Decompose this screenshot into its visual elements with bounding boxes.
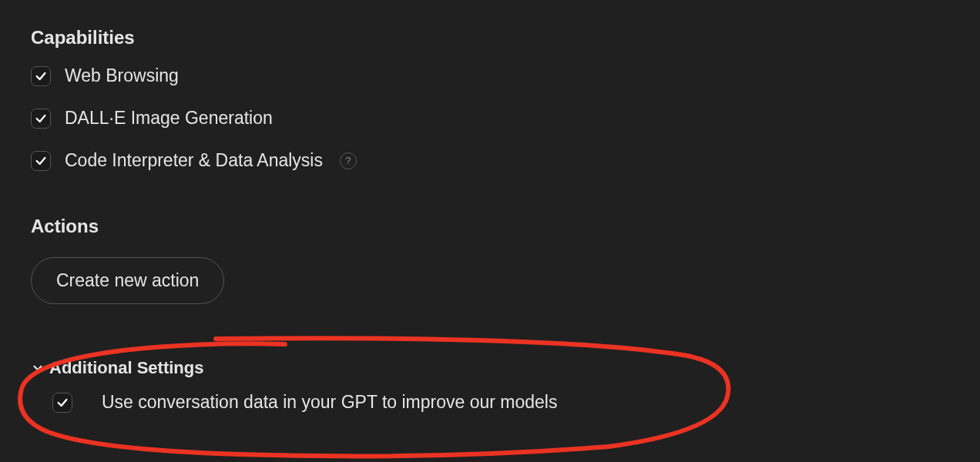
capability-label: Code Interpreter & Data Analysis	[65, 150, 323, 171]
additional-item-use-conversation-data: Use conversation data in your GPT to imp…	[31, 392, 949, 413]
actions-section: Actions Create new action	[31, 216, 949, 304]
capabilities-section: Capabilities Web Browsing DALL·E Image G…	[31, 27, 949, 171]
help-icon[interactable]: ?	[340, 152, 357, 169]
capabilities-header: Capabilities	[31, 27, 949, 49]
checkbox-web-browsing[interactable]	[31, 66, 51, 86]
chevron-down-icon	[31, 361, 45, 375]
check-icon	[35, 155, 47, 167]
actions-header: Actions	[31, 216, 949, 237]
capability-label: Web Browsing	[65, 65, 179, 86]
check-icon	[35, 70, 47, 82]
additional-item-label: Use conversation data in your GPT to imp…	[102, 392, 557, 413]
create-new-action-button[interactable]: Create new action	[31, 257, 224, 304]
capability-item-code-interpreter: Code Interpreter & Data Analysis ?	[31, 150, 949, 171]
capability-label: DALL·E Image Generation	[65, 108, 273, 129]
checkbox-use-conversation-data[interactable]	[52, 393, 72, 413]
additional-settings-toggle[interactable]: Additional Settings	[31, 358, 949, 378]
capability-item-dalle: DALL·E Image Generation	[31, 108, 949, 129]
capability-item-web-browsing: Web Browsing	[31, 65, 949, 86]
check-icon	[56, 397, 69, 409]
checkbox-dalle[interactable]	[31, 109, 51, 129]
additional-settings-section: Additional Settings Use conversation dat…	[31, 358, 949, 413]
checkbox-code-interpreter[interactable]	[31, 151, 51, 171]
check-icon	[35, 112, 47, 125]
additional-settings-header: Additional Settings	[49, 358, 203, 378]
